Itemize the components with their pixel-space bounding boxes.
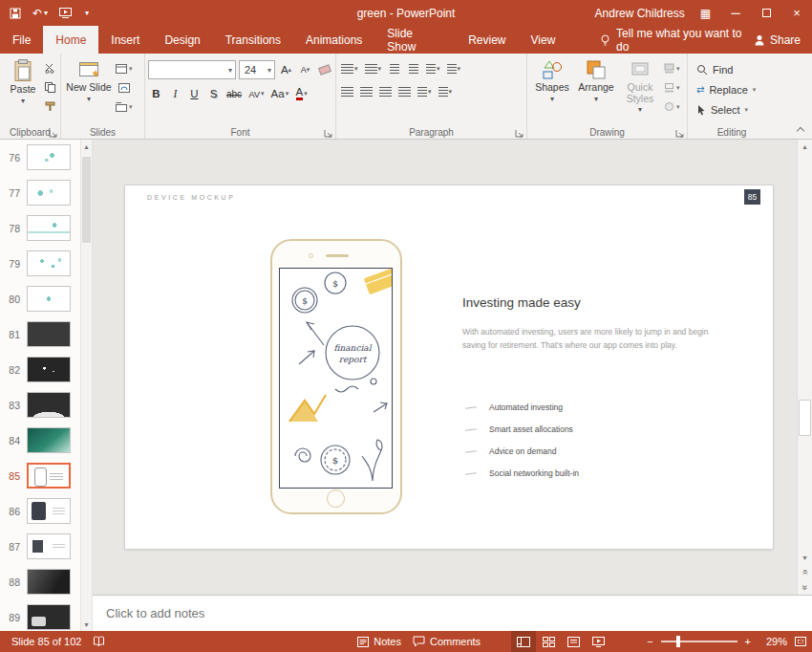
font-dialog-launcher[interactable] bbox=[324, 127, 333, 137]
paragraph-dialog-launcher[interactable] bbox=[515, 127, 524, 137]
scroll-up-arrow[interactable]: ▲ bbox=[81, 140, 92, 153]
scroll-thumb[interactable] bbox=[799, 400, 811, 436]
thumbnail-row-selected[interactable]: 85 bbox=[0, 458, 80, 493]
shape-effects-button[interactable]: ▾ bbox=[664, 99, 680, 114]
display-settings-icon[interactable]: ▦ bbox=[700, 7, 711, 20]
scroll-track[interactable] bbox=[798, 153, 812, 551]
tab-design[interactable]: Design bbox=[152, 26, 212, 54]
align-center-button[interactable] bbox=[358, 83, 374, 100]
tab-slideshow[interactable]: Slide Show bbox=[374, 26, 456, 54]
format-painter-button[interactable] bbox=[45, 99, 55, 114]
tab-review[interactable]: Review bbox=[456, 26, 518, 54]
slide-thumbnail[interactable] bbox=[27, 321, 71, 347]
bullets-button[interactable]: ▾ bbox=[339, 60, 360, 77]
slide-thumbnail[interactable] bbox=[27, 569, 71, 595]
justify-button[interactable] bbox=[396, 83, 413, 100]
scroll-up-arrow[interactable]: ▲ bbox=[798, 140, 812, 153]
slide-thumbnail[interactable] bbox=[27, 427, 71, 453]
slide-editing-area[interactable]: DEVICE MOCKUP 85 bbox=[93, 140, 797, 595]
align-left-button[interactable] bbox=[339, 83, 355, 100]
slide-thumbnail[interactable] bbox=[27, 144, 71, 170]
comments-toggle-button[interactable]: Comments bbox=[407, 631, 486, 652]
slide-heading[interactable]: Investing made easy bbox=[462, 295, 581, 310]
zoom-in-button[interactable]: + bbox=[745, 636, 751, 647]
undo-button[interactable]: ↶▾ bbox=[32, 5, 48, 22]
text-shadow-button[interactable]: S bbox=[205, 85, 222, 102]
clear-formatting-button[interactable] bbox=[316, 61, 332, 78]
thumbnail-row[interactable]: 82 bbox=[0, 352, 80, 387]
maximize-button[interactable] bbox=[751, 0, 781, 26]
slide-thumbnail[interactable] bbox=[27, 463, 71, 489]
thumbnail-row[interactable]: 86 bbox=[0, 493, 80, 529]
minimize-button[interactable]: ─ bbox=[720, 0, 751, 26]
thumbnail-row[interactable]: 79 bbox=[0, 246, 80, 281]
close-button[interactable]: × bbox=[781, 0, 812, 26]
tab-animations[interactable]: Animations bbox=[293, 26, 374, 54]
collapse-ribbon-button[interactable] bbox=[798, 128, 804, 135]
shrink-font-button[interactable]: A▾ bbox=[297, 61, 313, 78]
thumbnail-row[interactable]: 83 bbox=[0, 387, 80, 423]
notes-toggle-button[interactable]: Notes bbox=[352, 631, 407, 652]
strikethrough-button[interactable]: abc bbox=[224, 85, 244, 102]
scroll-down-arrow[interactable]: ▼ bbox=[81, 618, 92, 631]
next-slide-button[interactable]: » bbox=[798, 579, 812, 595]
align-right-button[interactable] bbox=[377, 83, 394, 100]
slide-thumbnail[interactable] bbox=[27, 286, 71, 312]
thumbnail-row[interactable]: 76 bbox=[0, 140, 80, 175]
slide-thumbnail[interactable] bbox=[27, 533, 71, 559]
columns-button[interactable]: ▾ bbox=[416, 83, 434, 100]
thumbnail-row[interactable]: 80 bbox=[0, 281, 80, 316]
slide-thumbnail[interactable] bbox=[27, 215, 71, 241]
thumbnail-row[interactable]: 88 bbox=[0, 564, 80, 599]
thumbnail-row[interactable]: 78 bbox=[0, 210, 80, 246]
spell-check-button[interactable] bbox=[87, 631, 111, 652]
tab-view[interactable]: View bbox=[519, 26, 568, 54]
thumbnail-scroll-track[interactable] bbox=[81, 153, 92, 618]
save-button[interactable] bbox=[10, 5, 21, 22]
increase-indent-button[interactable] bbox=[405, 60, 421, 77]
font-size-combo[interactable]: 24 ▾ bbox=[239, 60, 275, 79]
scroll-down-arrow[interactable]: ▼ bbox=[798, 551, 812, 564]
thumbnail-scrollbar[interactable]: ▲ ▼ bbox=[80, 140, 93, 631]
shape-fill-button[interactable]: ▾ bbox=[664, 61, 680, 76]
tab-transitions[interactable]: Transitions bbox=[213, 26, 293, 54]
share-button[interactable]: Share bbox=[755, 26, 801, 54]
copy-button[interactable] bbox=[45, 80, 55, 95]
font-color-button[interactable]: A▾ bbox=[293, 85, 310, 102]
drawing-dialog-launcher[interactable] bbox=[675, 127, 685, 137]
slide-thumbnail[interactable] bbox=[27, 392, 71, 418]
slide-sorter-view-button[interactable] bbox=[536, 631, 561, 652]
start-slideshow-button[interactable] bbox=[59, 5, 72, 22]
underline-button[interactable]: U bbox=[186, 85, 203, 102]
numbering-button[interactable]: ▾ bbox=[363, 60, 384, 77]
text-direction-button[interactable]: ▾ bbox=[445, 60, 463, 77]
line-spacing-button[interactable]: ▾ bbox=[424, 60, 442, 77]
character-spacing-button[interactable]: AV▾ bbox=[246, 85, 266, 102]
notes-pane[interactable]: Click to add notes bbox=[93, 595, 812, 631]
quick-styles-button[interactable]: Quick Styles ▾ bbox=[618, 56, 662, 124]
thumbnail-scroll-thumb[interactable] bbox=[82, 157, 91, 243]
section-button[interactable]: ▾ bbox=[116, 99, 133, 114]
find-button[interactable]: Find bbox=[696, 61, 756, 77]
previous-slide-button[interactable]: » bbox=[798, 564, 812, 579]
bold-button[interactable]: B bbox=[148, 85, 164, 102]
vertical-scrollbar[interactable]: ▲ ▼ » » bbox=[797, 140, 812, 595]
replace-button[interactable]: ⇄ Replace ▾ bbox=[696, 81, 756, 98]
fit-slide-to-window-button[interactable] bbox=[795, 637, 806, 646]
slide-thumbnail[interactable] bbox=[27, 498, 71, 524]
slide-canvas[interactable]: DEVICE MOCKUP 85 bbox=[125, 185, 773, 549]
slide-thumbnail[interactable] bbox=[27, 604, 71, 630]
grow-font-button[interactable]: A▴ bbox=[278, 61, 294, 78]
decrease-indent-button[interactable] bbox=[386, 60, 402, 77]
clipboard-dialog-launcher[interactable] bbox=[49, 127, 58, 137]
zoom-slider[interactable] bbox=[661, 641, 737, 642]
thumbnail-row[interactable]: 87 bbox=[0, 529, 80, 564]
slide-thumbnail[interactable] bbox=[27, 180, 71, 206]
thumbnail-row[interactable]: 89 bbox=[0, 599, 80, 631]
paste-button[interactable]: Paste ▾ bbox=[3, 56, 43, 124]
arrange-button[interactable]: Arrange ▾ bbox=[574, 56, 618, 124]
reading-view-button[interactable] bbox=[561, 631, 586, 652]
slide-show-view-button[interactable] bbox=[586, 631, 610, 652]
new-slide-button[interactable]: New Slide ▾ bbox=[64, 56, 114, 124]
cut-button[interactable] bbox=[45, 61, 55, 76]
